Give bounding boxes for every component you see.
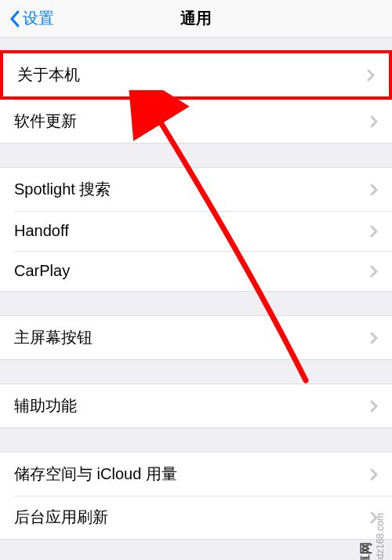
nav-header: 设置 通用 — [0, 0, 392, 38]
settings-row[interactable]: 辅助功能 — [0, 384, 392, 428]
row-label: Handoff — [14, 222, 69, 240]
watermark: 冬瓜安卓网 www.dgxcdz168.com — [358, 513, 386, 560]
section: 主屏幕按钮 — [0, 315, 392, 360]
chevron-right-icon — [370, 265, 378, 278]
content: 关于本机软件更新Spotlight 搜索HandoffCarPlay主屏幕按钮辅… — [0, 38, 392, 560]
row-label: 后台应用刷新 — [14, 507, 108, 528]
row-label: 软件更新 — [14, 111, 77, 132]
section: 关于本机软件更新 — [0, 50, 392, 144]
settings-row[interactable]: 后台应用刷新 — [0, 496, 392, 540]
watermark-url: www.dgxcdz168.com — [375, 513, 386, 560]
chevron-right-icon — [370, 332, 378, 344]
chevron-right-icon — [370, 225, 378, 238]
chevron-right-icon — [370, 468, 378, 481]
chevron-right-icon — [370, 184, 378, 196]
page-title: 通用 — [180, 8, 212, 29]
section: 辅助功能 — [0, 384, 392, 428]
row-label: 关于本机 — [17, 64, 80, 85]
back-label: 设置 — [23, 8, 54, 29]
back-button[interactable]: 设置 — [9, 8, 54, 29]
settings-row[interactable]: 储存空间与 iCloud 用量 — [0, 452, 392, 496]
row-label: 辅助功能 — [14, 395, 77, 416]
settings-row[interactable]: Handoff — [0, 211, 392, 251]
settings-row[interactable]: Spotlight 搜索 — [0, 167, 392, 211]
chevron-right-icon — [370, 115, 378, 128]
settings-row[interactable]: 关于本机 — [0, 50, 392, 100]
settings-row[interactable]: CarPlay — [0, 251, 392, 292]
chevron-back-icon — [9, 10, 20, 27]
row-label: Spotlight 搜索 — [14, 179, 111, 200]
watermark-title: 冬瓜安卓网 — [359, 542, 372, 560]
chevron-right-icon — [370, 400, 378, 413]
section: 储存空间与 iCloud 用量后台应用刷新 — [0, 452, 392, 540]
section: Spotlight 搜索HandoffCarPlay — [0, 167, 392, 292]
row-label: 储存空间与 iCloud 用量 — [14, 464, 177, 485]
chevron-right-icon — [367, 69, 375, 82]
settings-row[interactable]: 主屏幕按钮 — [0, 315, 392, 360]
settings-row[interactable]: 软件更新 — [0, 100, 392, 144]
row-label: CarPlay — [14, 262, 70, 280]
row-label: 主屏幕按钮 — [14, 327, 93, 348]
